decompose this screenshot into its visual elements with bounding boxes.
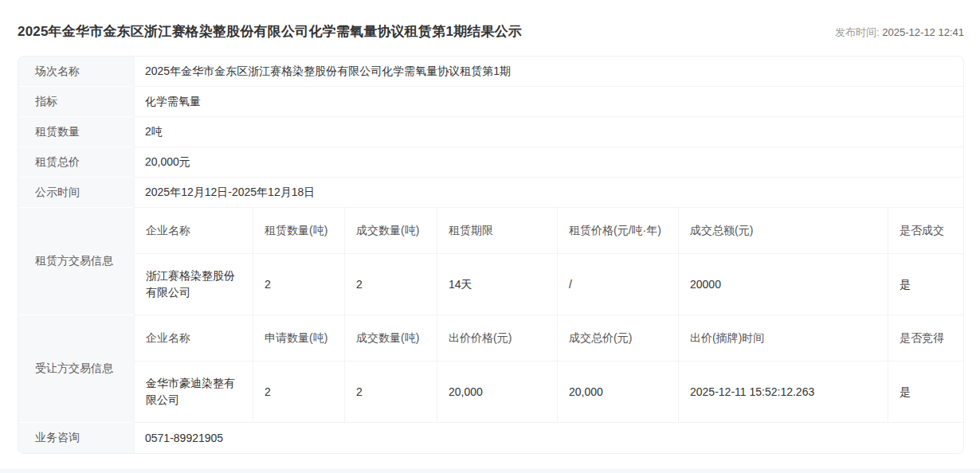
table-row: 租赁总价 20,000元 — [18, 147, 963, 178]
table-cell-lease-qty: 2 — [253, 254, 345, 315]
column-header: 租赁期限 — [437, 208, 558, 253]
table-row: 指标 化学需氧量 — [18, 87, 963, 117]
publish-time: 发布时间: 2025-12-12 12:41 — [835, 25, 964, 40]
row-value-lease-total-price: 20,000元 — [134, 147, 963, 178]
column-header: 成交总价(元) — [558, 315, 679, 361]
row-label-publicity-period: 公示时间 — [18, 178, 134, 208]
row-value-publicity-period: 2025年12月12日-2025年12月18日 — [134, 178, 963, 208]
table-cell-apply-qty: 2 — [253, 362, 345, 422]
lessor-section-row: 租赁方交易信息 企业名称 租赁数量(吨) 成交数量(吨) 租赁期限 租赁价格(元… — [18, 208, 963, 315]
transferee-table-row: 金华市豪迪染整有限公司 2 2 20,000 20,000 2025-12-11… — [135, 362, 963, 422]
row-label-lease-total-price: 租赁总价 — [18, 147, 134, 178]
column-header: 是否竞得 — [888, 315, 963, 361]
table-cell-deal-total-price: 20,000 — [558, 362, 679, 422]
page-header: 2025年金华市金东区浙江赛格染整股份有限公司化学需氧量协议租赁第1期结果公示 … — [0, 0, 980, 41]
transferee-section-row: 受让方交易信息 企业名称 申请数量(吨) 成交数量(吨) 出价价格(元) 成交总… — [18, 315, 963, 423]
column-header: 企业名称 — [135, 208, 253, 253]
publish-time-label: 发布时间: — [835, 26, 880, 38]
column-header: 租赁价格(元/吨·年) — [558, 208, 679, 253]
transferee-section-label: 受让方交易信息 — [18, 315, 134, 423]
column-header: 是否成交 — [888, 208, 963, 253]
table-cell-deal-qty: 2 — [345, 362, 437, 422]
publish-time-value: 2025-12-12 12:41 — [882, 26, 964, 38]
transferee-table: 企业名称 申请数量(吨) 成交数量(吨) 出价价格(元) 成交总价(元) 出价(… — [134, 315, 963, 423]
table-cell-deal-status: 是 — [888, 254, 963, 315]
row-value-indicator: 化学需氧量 — [134, 87, 963, 117]
table-cell-lease-price: / — [558, 254, 679, 315]
table-row: 公示时间 2025年12月12日-2025年12月18日 — [18, 178, 963, 208]
row-value-business-contact: 0571-89921905 — [134, 423, 963, 453]
column-header: 成交数量(吨) — [345, 208, 437, 253]
lessor-table-row: 浙江赛格染整股份有限公司 2 2 14天 / 20000 是 — [135, 254, 963, 315]
table-cell-company-name: 金华市豪迪染整有限公司 — [135, 362, 253, 422]
announcement-table: 场次名称 2025年金华市金东区浙江赛格染整股份有限公司化学需氧量协议租赁第1期… — [18, 56, 964, 454]
column-header: 出价价格(元) — [437, 315, 558, 361]
column-header: 成交总额(元) — [679, 208, 888, 253]
table-cell-company-name: 浙江赛格染整股份有限公司 — [135, 254, 253, 315]
table-row: 租赁数量 2吨 — [18, 117, 963, 147]
table-cell-bid-time: 2025-12-11 15:52:12.263 — [679, 362, 888, 422]
row-label-lease-quantity: 租赁数量 — [18, 117, 134, 147]
table-cell-lease-term: 14天 — [437, 254, 558, 315]
column-header: 申请数量(吨) — [253, 315, 345, 361]
row-label-indicator: 指标 — [18, 87, 134, 117]
table-row: 场次名称 2025年金华市金东区浙江赛格染整股份有限公司化学需氧量协议租赁第1期 — [18, 57, 963, 87]
lessor-table-header: 企业名称 租赁数量(吨) 成交数量(吨) 租赁期限 租赁价格(元/吨·年) 成交… — [135, 208, 963, 254]
row-label-session-name: 场次名称 — [18, 57, 134, 87]
business-contact-row: 业务咨询 0571-89921905 — [18, 423, 963, 453]
table-cell-deal-total: 20000 — [679, 254, 888, 315]
lessor-table: 企业名称 租赁数量(吨) 成交数量(吨) 租赁期限 租赁价格(元/吨·年) 成交… — [134, 208, 963, 315]
column-header: 出价(摘牌)时间 — [679, 315, 888, 361]
row-label-business-contact: 业务咨询 — [18, 423, 134, 453]
table-cell-deal-qty: 2 — [345, 254, 437, 315]
transferee-table-header: 企业名称 申请数量(吨) 成交数量(吨) 出价价格(元) 成交总价(元) 出价(… — [135, 315, 963, 362]
row-value-session-name: 2025年金华市金东区浙江赛格染整股份有限公司化学需氧量协议租赁第1期 — [134, 57, 963, 87]
table-cell-win-status: 是 — [888, 362, 963, 422]
table-cell-bid-price: 20,000 — [437, 362, 558, 422]
page-bottom-strip — [0, 469, 980, 473]
column-header: 成交数量(吨) — [345, 315, 437, 361]
column-header: 租赁数量(吨) — [253, 208, 345, 253]
column-header: 企业名称 — [135, 315, 253, 361]
page-title: 2025年金华市金东区浙江赛格染整股份有限公司化学需氧量协议租赁第1期结果公示 — [18, 22, 522, 41]
lessor-section-label: 租赁方交易信息 — [18, 208, 134, 315]
row-value-lease-quantity: 2吨 — [134, 117, 963, 147]
